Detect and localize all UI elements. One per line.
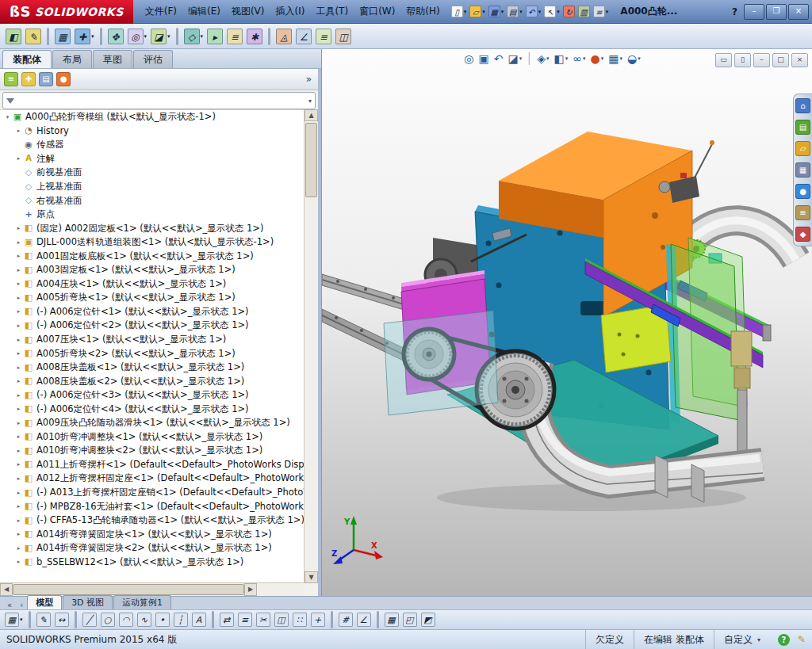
tree-item[interactable]: ▸ (-) MPBZ8-16无油衬套<1> (Default<<Default>…: [0, 499, 304, 513]
display-style-icon[interactable]: ◧: [553, 52, 568, 65]
rebuild-icon[interactable]: ↻: [562, 5, 576, 18]
toolbar-icon[interactable]: [268, 28, 270, 45]
doc-close-icon[interactable]: ×: [791, 53, 808, 67]
custom-properties-icon[interactable]: ≡: [795, 205, 810, 220]
tree-item[interactable]: ▸ (-) A006定位针<2> (默认<<默认>_显示状态 1>): [0, 319, 304, 333]
toolbar-icon[interactable]: [47, 28, 49, 45]
tree-item[interactable]: ▸ A011上折弯摆杆<1> (Default<<Default>_PhotoW…: [0, 458, 304, 472]
menu-item[interactable]: 编辑(E): [182, 2, 226, 21]
tree-item[interactable]: ▸ (-) A006定位针<4> (默认<<默认>_显示状态 1>): [0, 402, 304, 416]
panel-overflow-button[interactable]: »: [306, 74, 314, 85]
file-explorer-icon[interactable]: ▱: [795, 141, 810, 156]
tree-item[interactable]: 前视基准面: [0, 166, 304, 180]
tree-expander-icon[interactable]: ▸: [14, 378, 23, 384]
commandmanager-tab[interactable]: 装配体: [2, 50, 52, 68]
mate-icon[interactable]: ✎: [25, 28, 42, 45]
apply-scene-icon[interactable]: ▦: [608, 52, 622, 65]
menu-item[interactable]: 文件(F): [140, 2, 182, 21]
document-tab[interactable]: 3D 视图: [63, 595, 113, 609]
scroll-left-icon[interactable]: ◀: [0, 583, 13, 596]
tree-item[interactable]: ▾ A000凸轮折弯模组 (默认<默认_显示状态-1>): [0, 110, 304, 124]
document-tab[interactable]: 运动算例1: [113, 595, 171, 609]
tree-expander-icon[interactable]: ▸: [14, 281, 23, 287]
tree-item[interactable]: ▸ A005折弯块<2> (默认<<默认>_显示状态 1>): [0, 346, 304, 361]
tree-expander-icon[interactable]: ▸: [14, 225, 23, 231]
tree-expander-icon[interactable]: ▸: [14, 420, 23, 426]
commandmanager-tab[interactable]: 布局: [52, 50, 92, 68]
graphics-area[interactable]: ◎▣↶◪◈◧∞●▦◒ ▭▯–□× ⌂▤▱▦●≡◆ Y X Z: [321, 49, 812, 596]
print-icon[interactable]: ▤: [506, 5, 523, 18]
save-icon[interactable]: ▦: [4, 612, 24, 628]
hud-icon[interactable]: [529, 52, 530, 65]
tree-expander-icon[interactable]: ▸: [14, 350, 23, 357]
tree-expander-icon[interactable]: ▸: [14, 531, 23, 537]
tree-expander-icon[interactable]: ▸: [14, 267, 23, 273]
instant3d-icon[interactable]: ◰: [402, 612, 418, 628]
doc-new-window-icon[interactable]: ▭: [715, 53, 732, 67]
assembly-3d-model[interactable]: [322, 49, 812, 596]
commandmanager-tab[interactable]: 草图: [93, 50, 132, 68]
exploded-view-icon[interactable]: ✱: [246, 28, 263, 45]
mass-properties-icon[interactable]: ≡: [315, 28, 332, 45]
tree-expander-icon[interactable]: ▸: [14, 503, 23, 510]
arc-icon[interactable]: ◠: [118, 612, 134, 628]
tree-item[interactable]: ▸ A008压块盖板<1> (默认<<默认>_显示状态 1>): [0, 361, 304, 375]
minimize-button[interactable]: –: [744, 4, 764, 20]
view-settings-icon[interactable]: ◒: [627, 52, 641, 65]
tree-expander-icon[interactable]: ▸: [14, 323, 23, 329]
filter-caret-icon[interactable]: ▾: [308, 97, 312, 105]
menu-item[interactable]: 工具(T): [310, 2, 354, 21]
measure-icon[interactable]: ∠: [295, 28, 312, 45]
toolbar-icon[interactable]: [100, 28, 102, 45]
status-custom[interactable]: 自定义▾: [714, 630, 770, 649]
tree-item[interactable]: ▸ (-) CFFA5-13凸轮轴承随动器<1> (默认<<默认>_显示状态 1…: [0, 513, 304, 528]
view-palette-icon[interactable]: ▦: [795, 162, 810, 178]
hide-show-items-icon[interactable]: ∞: [573, 52, 585, 65]
tree-expander-icon[interactable]: ▸: [14, 295, 23, 301]
tree-expander-icon[interactable]: ▸: [14, 308, 23, 315]
sketch-relations-icon[interactable]: ∠: [356, 612, 372, 628]
linear-component-pattern-icon[interactable]: ▦: [54, 28, 71, 45]
tab-scroll-first-icon[interactable]: «: [3, 601, 16, 609]
appearances-scenes-icon[interactable]: ●: [795, 184, 810, 199]
sketch-icon[interactable]: ✎: [36, 612, 52, 628]
scrollbar-thumb[interactable]: [305, 123, 317, 197]
tree-vertical-scrollbar[interactable]: ▲ ▼: [304, 109, 318, 583]
point-icon[interactable]: •: [155, 612, 170, 628]
tree-expander-icon[interactable]: ▸: [14, 448, 23, 454]
menu-item[interactable]: 插入(I): [270, 2, 311, 21]
tree-expander-icon[interactable]: ▸: [14, 559, 23, 565]
mirror-entities-icon[interactable]: ◫: [274, 612, 289, 628]
tree-expander-icon[interactable]: ▸: [14, 337, 23, 343]
tree-expander-icon[interactable]: ▸: [14, 128, 23, 134]
solidworks-resources-icon[interactable]: ⌂: [795, 98, 810, 113]
undo-icon[interactable]: ↶: [525, 5, 542, 18]
document-tab[interactable]: 模型: [27, 595, 62, 609]
trim-entities-icon[interactable]: ✂: [255, 612, 271, 628]
displaymanager-icon[interactable]: ●: [56, 72, 71, 86]
section-tool-icon[interactable]: ◩: [420, 612, 436, 628]
configurationmanager-icon[interactable]: ▤: [39, 72, 53, 86]
tree-item[interactable]: ▸ A003固定板<1> (默认<<默认>_显示状态 1>): [0, 263, 304, 277]
select-cursor-icon[interactable]: ↖: [543, 5, 561, 18]
file-properties-icon[interactable]: ▥: [577, 5, 591, 18]
tree-filter-input[interactable]: [17, 95, 305, 107]
tree-expander-icon[interactable]: ▸: [14, 406, 23, 412]
view-orientation-icon[interactable]: ◈: [537, 52, 549, 65]
tree-expander-icon[interactable]: ▸: [14, 433, 23, 440]
tree-horizontal-scrollbar[interactable]: ◀ ▶: [0, 582, 304, 596]
tree-item[interactable]: ▸ A012上折弯摆杆固定座<1> (Default<<Default>_Pho…: [0, 471, 304, 486]
design-library-icon[interactable]: ▤: [795, 120, 810, 135]
tree-item[interactable]: ▸ A014折弯弹簧固定块<1> (默认<<默认>_显示状态 1>): [0, 527, 304, 541]
linear-sketch-pattern-icon[interactable]: ∷: [292, 612, 308, 628]
tab-scroll-prev-icon[interactable]: ‹: [16, 601, 27, 609]
tree-expander-icon[interactable]: ▸: [14, 365, 23, 371]
scroll-right-icon[interactable]: ▶: [244, 583, 257, 596]
tree-item[interactable]: ▸ History: [0, 124, 304, 139]
help-button[interactable]: ?: [726, 6, 744, 17]
quick-tips-icon[interactable]: ?: [778, 634, 790, 646]
move-entities-icon[interactable]: +: [310, 612, 326, 628]
tree-item[interactable]: ▸ A010折弯冲调整块<2> (默认<<默认>_显示状态 1>): [0, 444, 304, 458]
close-button[interactable]: ×: [788, 4, 809, 20]
toolbar-icon[interactable]: [29, 611, 31, 628]
